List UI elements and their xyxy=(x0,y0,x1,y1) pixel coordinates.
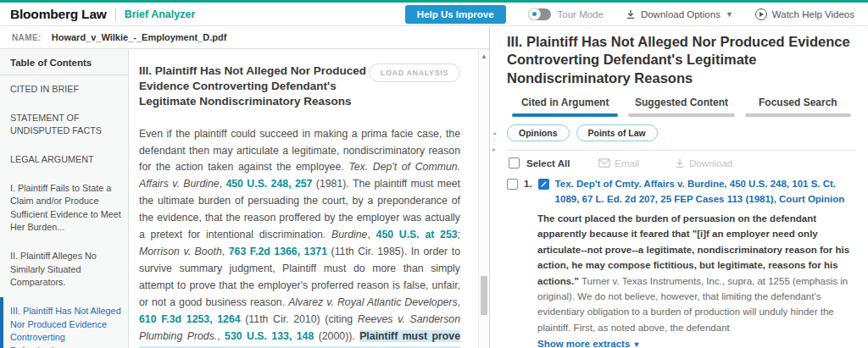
tour-mode-toggle-group: Tour Mode xyxy=(528,8,604,20)
help-us-improve-button[interactable]: Help Us Improve xyxy=(405,5,506,24)
tour-mode-label: Tour Mode xyxy=(558,9,604,19)
download-icon xyxy=(626,9,636,19)
download-options-button[interactable]: Download Options ▼ xyxy=(626,9,733,19)
download-button-disabled[interactable]: Download xyxy=(675,158,732,168)
document-section-heading: III. Plaintiff Has Not Alleged Nor Produ… xyxy=(139,64,369,110)
email-button-disabled[interactable]: Email xyxy=(598,158,639,168)
toggle-knob xyxy=(528,8,541,20)
annotate-icon[interactable] xyxy=(538,179,549,190)
tab-suggested-content[interactable]: Suggested Content xyxy=(623,93,739,117)
file-name-label: NAME: xyxy=(12,33,42,42)
filter-pills: Opinions Points of Law xyxy=(507,124,856,141)
document-paragraph: Even if the plaintiff could succeed in m… xyxy=(139,126,460,348)
resize-left-arrow-icon: ◂ xyxy=(492,130,496,138)
citation-link[interactable]: 450 U.S. 248, 257 xyxy=(225,178,312,190)
resize-right-arrow-icon: ▸ xyxy=(492,146,496,154)
result-1-case-link[interactable]: Tex. Dep't of Cmty. Affairs v. Burdine, … xyxy=(555,177,856,207)
show-more-extracts-link[interactable]: Show more extracts ▼ xyxy=(537,339,856,348)
extract-citation: Turner v. Texas Instruments, Inc., supra… xyxy=(537,276,848,333)
file-name-bar: NAME: Howard_v_Wilkie_-_Employment_D.pdf xyxy=(0,26,489,49)
chevron-down-icon: ▼ xyxy=(633,340,641,348)
panel-resize-handle[interactable]: ◂ ⋮ ▸ xyxy=(491,130,498,154)
logo-divider xyxy=(115,8,116,21)
filter-opinions[interactable]: Opinions xyxy=(507,124,570,141)
toc-item-legal-argument[interactable]: LEGAL ARGUMENT xyxy=(0,146,128,174)
tour-mode-toggle[interactable] xyxy=(528,8,551,20)
select-all-label: Select All xyxy=(526,158,570,168)
citation-link[interactable]: 450 U.S. at 253 xyxy=(376,229,458,240)
envelope-icon xyxy=(598,158,610,168)
citation-link[interactable]: 763 F.2d 1366, 1371 xyxy=(229,246,327,257)
scroll-up-arrow-icon[interactable]: ▲ xyxy=(479,52,489,60)
download-icon xyxy=(675,158,685,168)
panel-section-heading: III. Plaintiff Has Not Alleged Nor Produ… xyxy=(507,33,856,87)
tab-cited-in-argument[interactable]: Cited in Argument xyxy=(507,93,623,117)
citation-link[interactable]: 610 F.3d 1253, 1264 xyxy=(139,313,241,325)
filter-points-of-law[interactable]: Points of Law xyxy=(576,124,658,141)
bloomberg-law-logo: Bloomberg Law xyxy=(10,7,107,22)
select-all-checkbox[interactable] xyxy=(509,157,520,168)
document-scrollbar[interactable]: ▲ xyxy=(478,49,489,348)
watch-help-videos-label: Watch Help Videos xyxy=(772,9,854,19)
brief-document-panel: III. Plaintiff Has Not Alleged Nor Produ… xyxy=(129,49,489,348)
resize-grip-dots-icon: ⋮ xyxy=(491,138,498,146)
toc-item-cited-in-brief[interactable]: CITED IN BRIEF xyxy=(0,75,128,104)
select-all-row: Select All Email Download xyxy=(507,150,856,174)
panel-tabs: Cited in Argument Suggested Content Focu… xyxy=(507,93,856,117)
file-name-value: Howard_v_Wilkie_-_Employment_D.pdf xyxy=(52,32,227,42)
result-item-1: 1. Tex. Dep't of Cmty. Affairs v. Burdin… xyxy=(507,177,856,207)
tab-focused-search[interactable]: Focused Search xyxy=(740,93,856,117)
analysis-panel: ◂ ⋮ ▸ III. Plaintiff Has Not Alleged Nor… xyxy=(489,26,868,348)
result-1-checkbox[interactable] xyxy=(507,179,518,190)
result-1-extract: The court placed the burden of persuasio… xyxy=(537,211,856,335)
toc-item-argument-3-active[interactable]: III. Plaintiff Has Not Alleged Nor Produ… xyxy=(0,297,128,348)
table-of-contents: Table of Contents CITED IN BRIEF STATEME… xyxy=(0,49,129,348)
toc-item-argument-1[interactable]: I. Plaintiff Fails to State a Claim and/… xyxy=(0,174,128,243)
result-1-number: 1. xyxy=(524,177,532,191)
product-title: Brief Analyzer xyxy=(125,8,196,20)
toc-title: Table of Contents xyxy=(0,49,128,75)
top-bar: Bloomberg Law Brief Analyzer Help Us Imp… xyxy=(0,0,868,26)
chevron-down-icon: ▼ xyxy=(726,10,733,19)
play-icon xyxy=(755,8,767,20)
citation-link[interactable]: 530 U.S. 133, 148 xyxy=(225,330,314,342)
toc-item-statement-of-facts[interactable]: STATEMENT OF UNDISPUTED FACTS xyxy=(0,104,128,146)
download-options-label: Download Options xyxy=(641,9,721,19)
scrollbar-thumb[interactable] xyxy=(481,276,487,315)
watch-help-videos-link[interactable]: Watch Help Videos xyxy=(755,8,854,20)
toc-item-argument-2[interactable]: II. Plaintiff Alleges No Similarly Situa… xyxy=(0,242,128,297)
load-analysis-button[interactable]: LOAD ANALYSIS xyxy=(369,64,460,82)
